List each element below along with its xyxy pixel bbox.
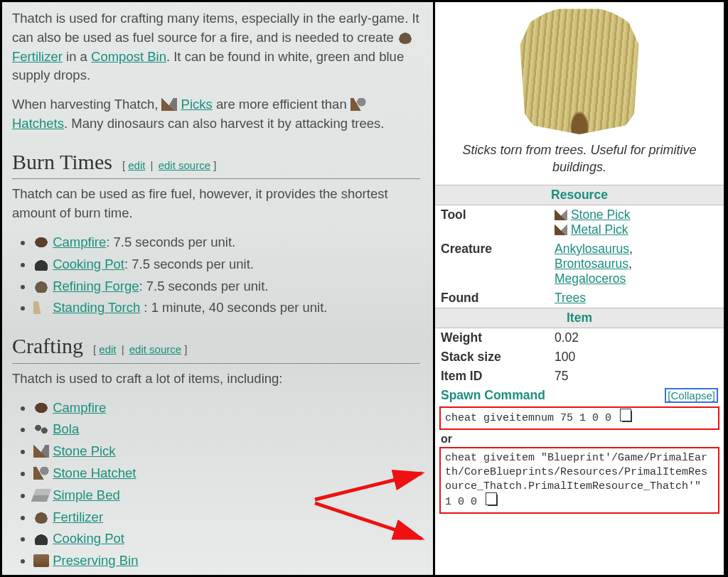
burn-list: Campfire: 7.5 seconds per unit. Cooking …: [33, 233, 420, 318]
list-item: Refining Forge: 7.5 seconds per unit.: [33, 277, 420, 296]
campfire-icon: [33, 401, 49, 414]
link-refining-forge[interactable]: Refining Forge: [53, 279, 139, 293]
link-preserving-bin[interactable]: Preserving Bin: [53, 553, 138, 568]
value-item-id: 75: [549, 367, 724, 386]
link-brontosaurus[interactable]: Brontosaurus: [555, 257, 628, 271]
cooking-pot-icon: [33, 532, 49, 545]
item-image: [435, 2, 724, 137]
metal-pick-icon: [555, 224, 567, 235]
fertilizer-icon: [33, 511, 49, 524]
list-item: Cooking Pot: 7.5 seconds per unit.: [33, 255, 420, 274]
link-campfire[interactable]: Campfire: [53, 234, 106, 249]
link-campfire[interactable]: Campfire: [53, 400, 106, 415]
or-label: or: [441, 433, 718, 446]
link-ankylosaurus[interactable]: Ankylosaurus: [555, 242, 629, 256]
link-stone-hatchet[interactable]: Stone Hatchet: [53, 465, 136, 480]
list-item: Bola: [33, 420, 420, 439]
copy-icon[interactable]: [622, 411, 632, 422]
link-stone-pick[interactable]: Stone Pick: [53, 443, 115, 458]
link-compost-bin[interactable]: Compost Bin: [91, 49, 166, 64]
link-hatchets[interactable]: Hatchets: [12, 116, 64, 131]
cooking-pot-icon: [33, 258, 49, 271]
list-item: Stone Hatchet: [33, 464, 420, 483]
link-stone-pick[interactable]: Stone Pick: [571, 207, 631, 222]
link-standing-torch[interactable]: Standing Torch: [53, 300, 140, 315]
value-stack: 100: [549, 347, 724, 367]
infobox: Sticks torn from trees. Useful for primi…: [433, 2, 726, 575]
intro-paragraph-2: When harvesting Thatch, Picks are more e…: [12, 95, 420, 134]
preserving-bin-icon: [33, 554, 49, 567]
table-row: Creature Ankylosaurus, Brontosaurus, Meg…: [435, 239, 724, 288]
fertilizer-icon: [397, 31, 413, 44]
hatchet-icon: [350, 98, 366, 111]
link-megaloceros[interactable]: Megaloceros: [555, 271, 626, 286]
value-weight: 0.02: [549, 328, 724, 347]
text: : 7.5 seconds per unit.: [139, 279, 268, 293]
table-row: Stack size 100: [435, 347, 724, 367]
edit-source-link[interactable]: edit source: [159, 159, 210, 171]
text: : 7.5 seconds per unit.: [124, 257, 254, 271]
link-trees[interactable]: Trees: [555, 291, 586, 305]
item-caption: Sticks torn from trees. Useful for primi…: [435, 137, 724, 185]
text: . Many dinosaurs can also harvest it by …: [64, 116, 384, 131]
table-row: Weight 0.02: [435, 328, 724, 347]
list-item: Campfire: [33, 399, 420, 418]
section-heading-burn-times: Burn Times [ edit | edit source ]: [12, 146, 420, 180]
stone-pick-icon: [33, 445, 49, 458]
info-table: Resource Tool Stone Pick Metal Pick Crea…: [435, 185, 724, 517]
list-item: Fertilizer: [33, 508, 420, 527]
spawn-command-2: cheat giveitem "Blueprint'/Game/PrimalEa…: [439, 447, 719, 514]
link-bola[interactable]: Bola: [53, 421, 79, 436]
link-metal-pick[interactable]: Metal Pick: [571, 222, 628, 237]
section-item: Item: [435, 308, 724, 328]
simple-bed-icon: [31, 489, 52, 502]
link-picks[interactable]: Picks: [181, 97, 213, 112]
bola-icon: [33, 423, 49, 436]
collapse-button[interactable]: [Collapse]: [665, 388, 718, 403]
edit-links: [ edit | edit source ]: [93, 342, 188, 357]
label-found: Found: [435, 288, 549, 308]
link-cooking-pot[interactable]: Cooking Pot: [53, 531, 124, 546]
edit-links: [ edit | edit source ]: [122, 158, 217, 173]
spawn-command-1: cheat giveitemnum 75 1 0 0: [439, 406, 719, 430]
label-spawn-command: Spawn Command: [441, 388, 545, 402]
command-text: cheat giveitem "Blueprint'/Game/PrimalEa…: [445, 452, 707, 508]
craft-list: Campfire Bola Stone Pick Stone Hatchet S…: [33, 399, 420, 571]
standing-torch-icon: [33, 301, 49, 314]
list-item: Simple Bed: [33, 486, 420, 505]
link-cooking-pot[interactable]: Cooking Pot: [53, 257, 124, 271]
table-row: Spawn Command [Collapse]: [435, 386, 724, 405]
label-stack: Stack size: [435, 347, 549, 367]
stone-hatchet-icon: [33, 467, 49, 480]
text: Thatch is used for crafting many items, …: [12, 11, 419, 45]
list-item: Standing Torch : 1 minute, 40 seconds pe…: [33, 298, 420, 318]
command-text: cheat giveitemnum 75 1 0 0: [445, 412, 611, 424]
link-simple-bed[interactable]: Simple Bed: [53, 487, 120, 502]
edit-link[interactable]: edit: [99, 343, 116, 355]
label-weight: Weight: [435, 328, 549, 347]
refining-forge-icon: [33, 280, 49, 293]
burn-intro: Thatch can be used as fire fuel, however…: [12, 185, 420, 223]
section-heading-crafting: Crafting [ edit | edit source ]: [12, 330, 420, 364]
link-fertilizer[interactable]: Fertilizer: [53, 509, 103, 524]
list-item: Campfire: 7.5 seconds per unit.: [33, 233, 420, 252]
list-item: Stone Pick: [33, 442, 420, 461]
heading-text: Crafting: [12, 330, 83, 362]
text: are more efficient than: [216, 97, 350, 112]
edit-source-link[interactable]: edit source: [129, 343, 181, 355]
text: in a: [66, 49, 91, 64]
craft-intro: Thatch is used to craft a lot of items, …: [12, 370, 420, 389]
link-fertilizer[interactable]: Fertilizer: [12, 49, 63, 64]
copy-icon[interactable]: [488, 495, 498, 506]
label-tool: Tool: [435, 205, 549, 239]
table-row: Item ID 75: [435, 367, 724, 386]
campfire-icon: [33, 236, 49, 249]
article-body: Thatch is used for crafting many items, …: [2, 2, 433, 575]
pick-icon: [161, 98, 177, 111]
list-item: Cooking Pot: [33, 529, 420, 549]
label-creature: Creature: [435, 239, 549, 288]
table-row: Tool Stone Pick Metal Pick: [435, 205, 724, 239]
text: : 7.5 seconds per unit.: [106, 234, 235, 249]
edit-link[interactable]: edit: [128, 159, 145, 171]
stone-pick-icon: [555, 209, 567, 220]
